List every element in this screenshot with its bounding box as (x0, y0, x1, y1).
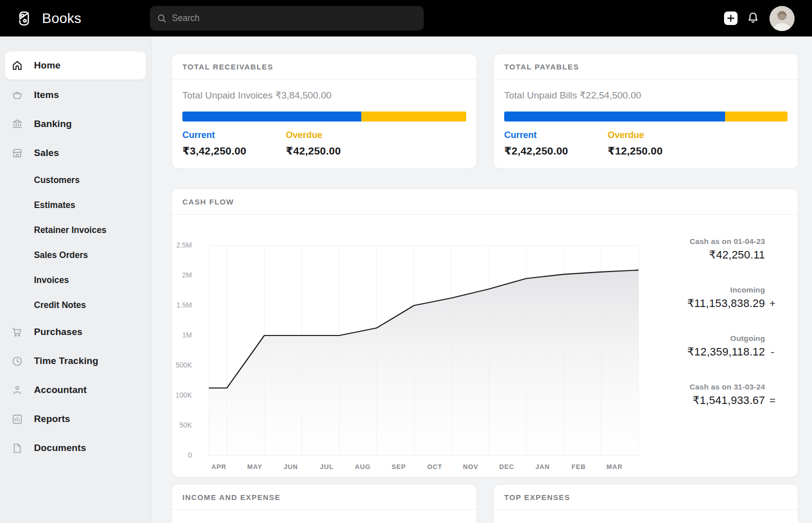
sidebar-subitem-estimates[interactable]: Estimates (5, 192, 146, 218)
current-amount: ₹2,42,250.00 (504, 145, 608, 157)
sidebar-item-banking[interactable]: Banking (5, 110, 146, 138)
y-axis-label: 2M (172, 271, 192, 279)
sidebar-subitem-label: Invoices (34, 275, 69, 286)
cashflow-chart[interactable]: Cash as on 01-04-23₹42,250.11Incoming₹11… (172, 214, 798, 477)
payables-overdue: Overdue ₹12,250.00 (608, 130, 711, 157)
x-axis-label: OCT (420, 463, 450, 470)
cashflow-area-fill (209, 270, 639, 456)
sidebar-subitem-customers[interactable]: Customers (5, 168, 146, 192)
receivables-progress-bar (182, 112, 466, 122)
topbar: Books (0, 0, 812, 36)
payables-current-segment (504, 112, 725, 122)
document-icon (11, 442, 24, 454)
payables-current: Current ₹2,42,250.00 (504, 130, 608, 157)
sidebar-item-home[interactable]: Home (5, 52, 146, 80)
x-axis-label: NOV (456, 463, 486, 470)
sidebar-subitem-credit-notes[interactable]: Credit Notes (5, 292, 146, 318)
x-axis-label: FEB (564, 463, 594, 470)
quick-create-button[interactable] (724, 12, 738, 25)
receivables-current-segment (182, 112, 361, 122)
overdue-label: Overdue (608, 130, 711, 140)
sidebar-subitem-label: Retainer Invoices (34, 225, 106, 236)
accountant-icon (11, 384, 24, 396)
sidebar-item-documents[interactable]: Documents (5, 434, 146, 462)
search-icon (157, 14, 167, 24)
sidebar-subitem-label: Credit Notes (34, 300, 86, 310)
sidebar-subitem-label: Sales Orders (34, 250, 88, 260)
card-title: TOP EXPENSES (504, 493, 570, 502)
sidebar-subitem-label: Customers (34, 175, 79, 186)
x-axis-label: APR (204, 463, 234, 470)
y-axis-label: 1M (172, 331, 192, 339)
current-amount: ₹3,42,250.00 (182, 145, 286, 157)
stat-value: ₹12,359,118.12 (687, 344, 765, 360)
receivables-current: Current ₹3,42,250.00 (182, 130, 286, 157)
sidebar-item-label: Documents (34, 442, 86, 454)
x-axis-label: SEP (384, 463, 414, 470)
sidebar-item-label: Accountant (34, 384, 87, 396)
home-icon (11, 59, 24, 72)
search-bar[interactable] (150, 6, 424, 30)
stat-value: ₹11,153,838.29 (687, 295, 765, 312)
card-header: CASH FLOW (172, 189, 798, 214)
card-title: TOTAL RECEIVABLES (182, 62, 273, 71)
overdue-amount: ₹42,250.00 (286, 145, 389, 157)
unpaid-bills-summary: Total Unpaid Bills ₹22,54,500.00 (504, 90, 788, 101)
sidebar-item-time-tracking[interactable]: Time Tracking (5, 346, 146, 376)
main-content: TOTAL RECEIVABLES Total Unpaid Invoices … (151, 36, 812, 523)
sidebar-item-label: Items (34, 90, 59, 100)
card-header: TOTAL PAYABLES (494, 54, 798, 80)
sidebar-item-reports[interactable]: Reports (5, 404, 146, 434)
y-axis-label: 50K (172, 421, 192, 429)
notification-bell-icon (746, 11, 760, 25)
sidebar-item-sales[interactable]: Sales (5, 138, 146, 168)
sidebar-item-label: Banking (34, 118, 72, 130)
x-axis-label: JUN (276, 463, 306, 470)
sidebar-item-label: Reports (34, 414, 70, 424)
search-input[interactable] (172, 13, 402, 24)
x-axis-label: MAR (600, 463, 630, 470)
app-title: Books (42, 10, 81, 26)
y-axis-label: 500K (172, 361, 192, 369)
sidebar-item-purchases[interactable]: Purchases (5, 318, 146, 346)
storefront-icon (11, 146, 24, 160)
current-label: Current (504, 130, 608, 140)
stat-operator: + (765, 295, 780, 312)
y-axis-label: 100K (172, 391, 192, 399)
cashflow-plot[interactable] (200, 236, 640, 462)
card-title: CASH FLOW (182, 198, 234, 206)
sidebar-item-label: Home (34, 60, 60, 71)
reports-icon (11, 412, 24, 426)
overdue-label: Overdue (286, 130, 389, 140)
bank-icon (11, 118, 24, 130)
clock-icon (11, 354, 24, 368)
app-logo: Books (14, 8, 81, 28)
stat-value: ₹42,250.11 (709, 246, 765, 264)
sidebar-item-label: Purchases (34, 326, 82, 338)
y-axis-label: 2.5M (172, 241, 192, 249)
top-expenses-card: TOP EXPENSES (493, 484, 799, 523)
current-label: Current (182, 130, 286, 140)
plus-icon (727, 14, 735, 22)
overdue-amount: ₹12,250.00 (608, 145, 711, 157)
sidebar-subitem-retainer-invoices[interactable]: Retainer Invoices (5, 218, 146, 242)
sidebar-item-label: Sales (34, 148, 59, 158)
books-logo-icon (14, 8, 34, 28)
sidebar-item-accountant[interactable]: Accountant (5, 376, 146, 404)
stat-operator: = (765, 392, 780, 409)
x-axis-label: DEC (492, 463, 522, 470)
sidebar-nav: HomeItemsBankingSalesCustomersEstimatesR… (0, 36, 151, 523)
card-title: TOTAL PAYABLES (504, 62, 579, 71)
sidebar-subitem-label: Estimates (34, 200, 75, 210)
notifications-button[interactable] (746, 11, 760, 25)
user-avatar[interactable] (770, 6, 795, 31)
sidebar-subitem-invoices[interactable]: Invoices (5, 268, 146, 292)
sidebar-subitem-sales-orders[interactable]: Sales Orders (5, 242, 146, 268)
card-title: INCOME AND EXPENSE (182, 493, 280, 502)
card-header: TOP EXPENSES (494, 484, 798, 510)
x-axis-label: JUL (312, 463, 342, 470)
receivables-overdue: Overdue ₹42,250.00 (286, 130, 389, 157)
sidebar-item-items[interactable]: Items (5, 80, 146, 110)
payables-progress-bar (504, 112, 788, 122)
stat-operator: - (765, 344, 780, 360)
